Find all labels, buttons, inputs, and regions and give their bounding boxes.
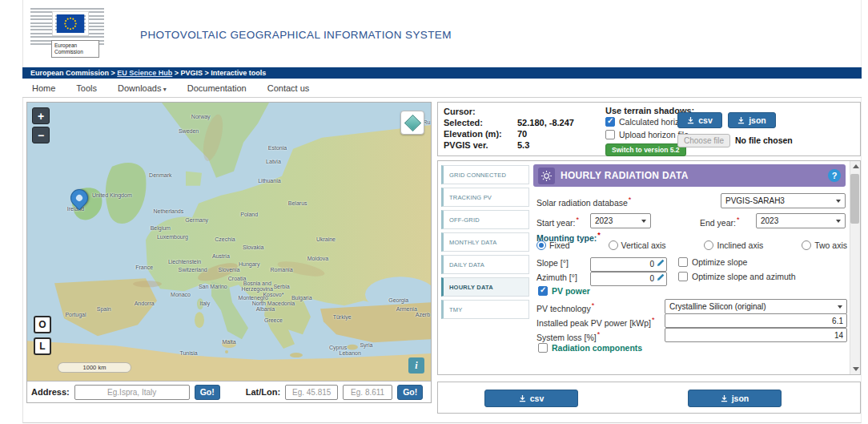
tab-tmy[interactable]: TMY: [441, 300, 529, 319]
selected-label: Selected:: [444, 118, 483, 127]
start-year-select[interactable]: 2023: [590, 213, 651, 228]
map-label-hungary: Hungary: [239, 261, 259, 267]
eu-flag-icon: [53, 12, 88, 35]
map-info-button[interactable]: i: [408, 357, 424, 374]
download-icon: [687, 117, 694, 124]
calculated-horizon-checkbox[interactable]: Calculated horizon: [605, 117, 689, 127]
elevation-label: Elevation (m):: [444, 129, 502, 139]
system-loss-label: System loss [%]*: [536, 330, 600, 342]
slope-input[interactable]: [590, 257, 667, 272]
pv-power-label: PV power: [552, 286, 590, 296]
json-export-button[interactable]: json: [688, 390, 782, 407]
checkbox-icon: [678, 257, 688, 267]
labels-toggle-button[interactable]: L: [34, 337, 51, 355]
map-labels: NorwaySwedenRuEstoniaLatviaDenmarkLithua…: [27, 103, 431, 381]
tab-off-grid[interactable]: OFF-GRID: [441, 210, 529, 229]
breadcrumb: European Commission > EU Science Hub > P…: [22, 67, 862, 79]
map-label-georgia: Georgia: [388, 297, 408, 303]
map-label-spain: Spain: [97, 305, 111, 311]
mount-option-two-axis[interactable]: Two axis: [802, 240, 847, 250]
lon-input[interactable]: [343, 385, 392, 400]
map-label-belgium: Belgium: [151, 225, 171, 231]
end-year-value: 2023: [761, 216, 778, 225]
map-label-armenia: Armenia: [396, 305, 417, 311]
radiation-components-checkbox[interactable]: Radiation components: [538, 343, 642, 353]
export-bar: csv json: [437, 382, 861, 414]
ec-logo-caption-line1: European: [54, 42, 96, 49]
nav-item-documentation[interactable]: Documentation: [187, 83, 247, 93]
peak-power-input[interactable]: [665, 313, 847, 328]
tab-grid-connected[interactable]: GRID CONNECTED: [441, 165, 529, 184]
scroll-up-arrow[interactable]: [850, 161, 861, 172]
json-download-button[interactable]: json: [728, 112, 776, 128]
form-header: HOURLY RADIATION DATA ?: [533, 164, 846, 187]
map-label-latvia: Latvia: [266, 158, 281, 164]
address-label: Address:: [31, 387, 70, 397]
mounting-options: FixedVertical axisInclined axisTwo axis: [536, 240, 847, 250]
optimize-slope-checkbox[interactable]: Optimize slope: [678, 257, 747, 267]
nav-item-home[interactable]: Home: [32, 83, 55, 93]
upload-horizon-checkbox[interactable]: Upload horizon file: [605, 130, 689, 139]
tab-monthly-data[interactable]: MONTHLY DATA: [441, 232, 529, 252]
nav-item-downloads[interactable]: Downloads ▾: [118, 83, 167, 93]
map-label-switzerland: Switzerland: [179, 267, 207, 273]
pencil-icon[interactable]: [657, 273, 665, 281]
system-loss-input[interactable]: [665, 328, 847, 342]
address-input[interactable]: [74, 385, 190, 400]
form-title: HOURLY RADIATION DATA: [561, 170, 828, 181]
layers-icon: [404, 114, 420, 131]
scroll-down-arrow[interactable]: [850, 364, 861, 374]
map-label-germany: Germany: [185, 216, 208, 222]
overview-button[interactable]: O: [34, 316, 51, 333]
required-mark: *: [652, 316, 655, 324]
database-select[interactable]: PVGIS-SARAH3: [721, 193, 846, 208]
mount-option-fixed[interactable]: Fixed: [536, 240, 570, 250]
pv-power-checkbox[interactable]: PV power: [538, 286, 590, 296]
pencil-icon[interactable]: [657, 258, 665, 267]
map-label-liechtenstein: Liechtenstein: [168, 258, 201, 264]
csv-export-button[interactable]: csv: [484, 390, 578, 407]
address-go-button[interactable]: Go!: [195, 385, 220, 400]
switch-version-button[interactable]: Switch to version 5.2: [605, 143, 686, 156]
pv-technology-value: Crystalline Silicon (original): [669, 302, 766, 311]
scrollbar-thumb[interactable]: [850, 174, 859, 224]
map-label-lithuania: Lithuania: [258, 178, 280, 184]
csv-download-button[interactable]: csv: [677, 112, 722, 128]
azimuth-input[interactable]: [590, 272, 667, 286]
mount-option-inclined-axis[interactable]: Inclined axis: [704, 240, 763, 250]
map[interactable]: NorwaySwedenRuEstoniaLatviaDenmarkLithua…: [27, 103, 431, 381]
tab-tracking-pv[interactable]: TRACKING PV: [441, 188, 529, 207]
map-label-denmark: Denmark: [149, 172, 171, 178]
pv-technology-select[interactable]: Crystalline Silicon (original): [665, 299, 847, 314]
map-label-luxembourg: Luxembourg: [157, 233, 188, 239]
lat-input[interactable]: [285, 385, 338, 400]
radio-icon: [609, 240, 618, 250]
end-year-select[interactable]: 2023: [756, 213, 846, 228]
help-button[interactable]: ?: [828, 169, 841, 182]
map-label-andorra: Andorra: [135, 300, 155, 305]
slope-label: Slope [°]: [536, 258, 569, 268]
mount-option-vertical-axis[interactable]: Vertical axis: [609, 240, 666, 250]
map-label-portugal: Portugal: [65, 311, 86, 317]
optimize-both-checkbox[interactable]: Optimize slope and azimuth: [678, 272, 796, 281]
map-label-czechia: Czechia: [215, 236, 235, 242]
selection-info-box: Cursor: Selected: 52.180, -8.247 Elevati…: [437, 102, 861, 156]
checkbox-icon: [538, 343, 548, 353]
latlon-label: Lat/Lon:: [246, 387, 280, 397]
tab-daily-data[interactable]: DAILY DATA: [441, 255, 529, 274]
zoom-out-button[interactable]: −: [32, 127, 50, 143]
breadcrumb-link-eu-science-hub[interactable]: EU Science Hub: [117, 69, 172, 77]
layers-button[interactable]: [400, 111, 424, 135]
nav-item-contact-us[interactable]: Contact us: [267, 83, 310, 93]
map-label-kosovo: Kosovo*: [263, 292, 283, 297]
radio-label: Inclined axis: [717, 240, 763, 250]
zoom-in-button[interactable]: +: [32, 107, 50, 124]
breadcrumb-post: > PVGIS > Interactive tools: [172, 69, 266, 77]
nav-item-tools[interactable]: Tools: [76, 83, 97, 93]
map-label-belarus: Belarus: [288, 200, 307, 205]
choose-file-button[interactable]: Choose file: [677, 134, 730, 147]
csv-export-label: csv: [530, 394, 545, 403]
required-mark: *: [597, 330, 601, 338]
latlon-go-button[interactable]: Go!: [397, 385, 423, 400]
tab-hourly-data[interactable]: HOURLY DATA: [441, 277, 529, 297]
